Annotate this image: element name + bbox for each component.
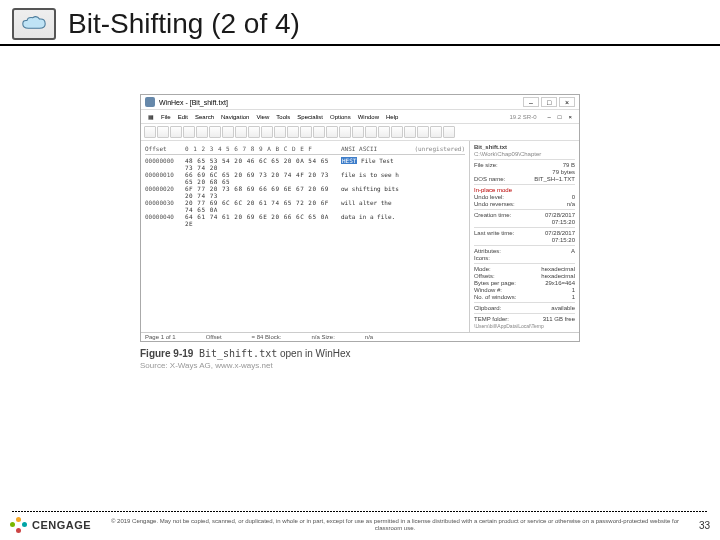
toolbar-button[interactable] bbox=[144, 126, 156, 138]
temp-value: 311 GB free bbox=[543, 316, 575, 322]
status-na2: n/a bbox=[365, 334, 373, 340]
toolbar-button[interactable] bbox=[365, 126, 377, 138]
status-offset: Offset bbox=[206, 334, 222, 340]
close-button[interactable]: × bbox=[559, 97, 575, 107]
winnum-label: Window #: bbox=[474, 287, 502, 293]
menu-icon[interactable]: ▦ bbox=[145, 112, 157, 121]
menu-search[interactable]: Search bbox=[192, 113, 217, 121]
hex-row[interactable]: 0000004064 61 74 61 20 69 6E 20 66 6C 65… bbox=[145, 213, 465, 227]
dosname-label: DOS name: bbox=[474, 176, 505, 182]
version-label: 19.2 SR-0 bbox=[507, 113, 540, 121]
undolevel-label: Undo level: bbox=[474, 194, 504, 200]
wtime-value: 07/28/2017 bbox=[545, 230, 575, 236]
figure-source: Source: X-Ways AG, www.x-ways.net bbox=[140, 361, 580, 370]
toolbar-button[interactable] bbox=[313, 126, 325, 138]
unregistered-label: (unregistered) bbox=[413, 145, 465, 152]
menu-options[interactable]: Options bbox=[327, 113, 354, 121]
bpp-value: 29x16=464 bbox=[545, 280, 575, 286]
slide-title: Bit-Shifting (2 of 4) bbox=[68, 8, 300, 40]
window-titlebar: WinHex - [Bit_shift.txt] – □ × bbox=[141, 95, 579, 110]
toolbar-button[interactable] bbox=[196, 126, 208, 138]
detail-filename: Bit_shift.txt bbox=[474, 144, 575, 150]
menu-bar: ▦ File Edit Search Navigation View Tools… bbox=[141, 110, 579, 124]
toolbar-button[interactable] bbox=[170, 126, 182, 138]
menu-help[interactable]: Help bbox=[383, 113, 401, 121]
mode2-label: Mode: bbox=[474, 266, 491, 272]
inner-max-button[interactable]: □ bbox=[555, 113, 565, 121]
toolbar-button[interactable] bbox=[391, 126, 403, 138]
winnum-value: 1 bbox=[572, 287, 575, 293]
hex-row[interactable]: 0000001066 69 6C 65 20 69 73 20 74 4F 20… bbox=[145, 171, 465, 185]
attr-value: A bbox=[571, 248, 575, 254]
toolbar-button[interactable] bbox=[339, 126, 351, 138]
details-pane: Bit_shift.txt C:\Work\Chap09\Chapter Fil… bbox=[469, 141, 579, 332]
clip-label: Clipboard: bbox=[474, 305, 501, 311]
toolbar-button[interactable] bbox=[404, 126, 416, 138]
mode2-value: hexadecimal bbox=[541, 266, 575, 272]
cloud-monitor-icon bbox=[12, 8, 56, 40]
status-page: Page 1 of 1 bbox=[145, 334, 176, 340]
ascii-header: ANSI ASCII bbox=[341, 145, 413, 152]
ctime-value: 07/28/2017 bbox=[545, 212, 575, 218]
page-number: 33 bbox=[699, 520, 710, 531]
toolbar-button[interactable] bbox=[417, 126, 429, 138]
hex-pane[interactable]: Offset 0 1 2 3 4 5 6 7 8 9 A B C D E F A… bbox=[141, 141, 469, 332]
numwin-value: 1 bbox=[572, 294, 575, 300]
toolbar-button[interactable] bbox=[274, 126, 286, 138]
toolbar-button[interactable] bbox=[430, 126, 442, 138]
toolbar-button[interactable] bbox=[326, 126, 338, 138]
offsets-label: Offsets: bbox=[474, 273, 495, 279]
minimize-button[interactable]: – bbox=[523, 97, 539, 107]
offset-header: Offset bbox=[145, 145, 185, 152]
numwin-label: No. of windows: bbox=[474, 294, 516, 300]
temp-label: TEMP folder: bbox=[474, 316, 509, 322]
toolbar-button[interactable] bbox=[443, 126, 455, 138]
toolbar-button[interactable] bbox=[222, 126, 234, 138]
menu-tools[interactable]: Tools bbox=[273, 113, 293, 121]
figure-caption: Figure 9-19 Bit_shift.txt open in WinHex bbox=[140, 348, 580, 359]
menu-edit[interactable]: Edit bbox=[175, 113, 191, 121]
hex-cols-header: 0 1 2 3 4 5 6 7 8 9 A B C D E F bbox=[185, 145, 341, 152]
maximize-button[interactable]: □ bbox=[541, 97, 557, 107]
menu-window[interactable]: Window bbox=[355, 113, 382, 121]
mode-label: In-place mode bbox=[474, 187, 575, 193]
ctime2-value: 07:15:20 bbox=[552, 219, 575, 225]
window-title: WinHex - [Bit_shift.txt] bbox=[159, 99, 523, 106]
menu-view[interactable]: View bbox=[253, 113, 272, 121]
winhex-window: WinHex - [Bit_shift.txt] – □ × ▦ File Ed… bbox=[140, 94, 580, 342]
toolbar-button[interactable] bbox=[209, 126, 221, 138]
copyright-text: © 2019 Cengage. May not be copied, scann… bbox=[91, 518, 699, 532]
toolbar-button[interactable] bbox=[352, 126, 364, 138]
undolevel-value: 0 bbox=[572, 194, 575, 200]
toolbar-button[interactable] bbox=[378, 126, 390, 138]
toolbar-button[interactable] bbox=[287, 126, 299, 138]
undorev-value: n/a bbox=[567, 201, 575, 207]
menu-file[interactable]: File bbox=[158, 113, 174, 121]
undorev-label: Undo reverses: bbox=[474, 201, 515, 207]
filesize-label: File size: bbox=[474, 162, 498, 168]
toolbar-button[interactable] bbox=[248, 126, 260, 138]
toolbar-button[interactable] bbox=[235, 126, 247, 138]
status-na1: n/a Size: bbox=[311, 334, 334, 340]
hex-row[interactable]: 0000000048 65 53 54 20 46 6C 65 20 0A 54… bbox=[145, 157, 465, 171]
app-icon bbox=[145, 97, 155, 107]
inner-min-button[interactable]: – bbox=[545, 113, 554, 121]
wtime-label: Last write time: bbox=[474, 230, 514, 236]
toolbar-button[interactable] bbox=[300, 126, 312, 138]
detail-path: C:\Work\Chap09\Chapter bbox=[474, 151, 575, 157]
hex-row[interactable]: 0000003020 77 69 6C 6C 20 61 74 65 72 20… bbox=[145, 199, 465, 213]
cengage-logo: CENGAGE bbox=[10, 516, 91, 534]
icons-label: Icons: bbox=[474, 255, 490, 261]
inner-close-button[interactable]: × bbox=[565, 113, 575, 121]
hex-row[interactable]: 000000206F 77 20 73 68 69 66 69 6E 67 20… bbox=[145, 185, 465, 199]
toolbar-button[interactable] bbox=[157, 126, 169, 138]
toolbar-button[interactable] bbox=[261, 126, 273, 138]
clip-value: available bbox=[551, 305, 575, 311]
temppath-value: \Users\bill\AppData\Local\Temp bbox=[474, 323, 575, 329]
toolbar-button[interactable] bbox=[183, 126, 195, 138]
offsets-value: hexadecimal bbox=[541, 273, 575, 279]
menu-specialist[interactable]: Specialist bbox=[294, 113, 326, 121]
toolbar bbox=[141, 124, 579, 141]
menu-navigation[interactable]: Navigation bbox=[218, 113, 252, 121]
footer-rule bbox=[12, 511, 708, 512]
